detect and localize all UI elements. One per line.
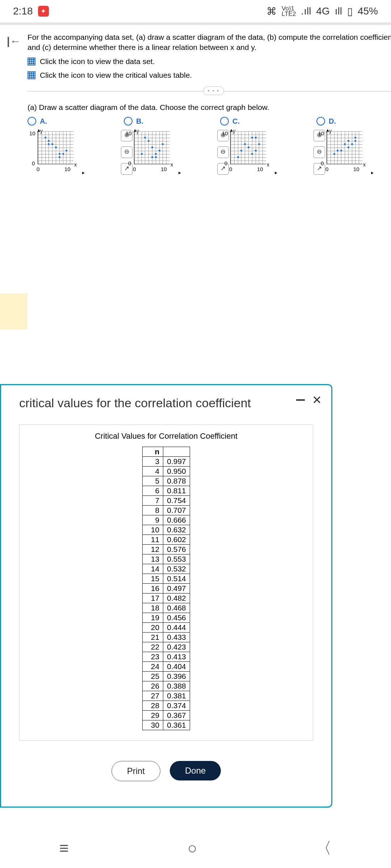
option-label: D. bbox=[329, 116, 336, 126]
close-icon[interactable]: ✕ bbox=[312, 393, 322, 407]
signal-icon: .ıll bbox=[301, 5, 311, 17]
radio-icon[interactable] bbox=[220, 117, 229, 125]
signal2-icon: ıll bbox=[335, 5, 342, 17]
key-icon: ⌘ bbox=[266, 5, 277, 17]
scatter-plot-b: yx▲100010▸ bbox=[124, 129, 178, 173]
link-critical-values[interactable]: Click the icon to view the critical valu… bbox=[28, 70, 391, 80]
popup-subtitle: Critical Values for Correlation Coeffici… bbox=[27, 431, 306, 441]
rocket-icon: ✦ bbox=[38, 6, 49, 17]
table-row: 80.707 bbox=[143, 506, 190, 515]
table-row: 100.632 bbox=[143, 525, 190, 532]
critical-values-table: n 30.99740.95050.87860.81170.75480.70790… bbox=[142, 447, 190, 532]
part-a-prompt: (a) Draw a scatter diagram of the data. … bbox=[28, 102, 391, 112]
radio-icon[interactable] bbox=[316, 117, 325, 125]
popup-title: critical values for the correlation coef… bbox=[19, 396, 313, 410]
question-prompt: For the accompanying data set, (a) draw … bbox=[28, 32, 391, 53]
battery-pct: 45% bbox=[358, 5, 378, 17]
scatter-plot-c: yx▲100010▸ bbox=[220, 129, 274, 173]
scatter-plot-a: yx▲100010▸ bbox=[28, 129, 82, 173]
status-time: 2:18 bbox=[13, 5, 33, 17]
table-row: 90.666 bbox=[143, 515, 190, 525]
net-label: Vo)1LTE2 bbox=[282, 6, 296, 17]
option-label: A. bbox=[40, 116, 47, 126]
expand-icon[interactable]: • • • bbox=[203, 86, 224, 95]
critical-values-popup: ✕ critical values for the correlation co… bbox=[0, 384, 332, 532]
table-row: 60.811 bbox=[143, 486, 190, 496]
left-rail: |← bbox=[0, 25, 28, 329]
radio-option-b[interactable]: B. bbox=[124, 116, 207, 126]
table-icon bbox=[28, 58, 35, 65]
net-4g: 4G bbox=[316, 5, 329, 17]
choice-a: A.yx▲100010▸⊕⊖↗ bbox=[28, 116, 111, 173]
radio-option-a[interactable]: A. bbox=[28, 116, 111, 126]
radio-icon[interactable] bbox=[124, 117, 133, 125]
radio-icon[interactable] bbox=[28, 117, 36, 125]
option-label: C. bbox=[232, 116, 240, 126]
table-icon bbox=[28, 71, 35, 79]
option-label: B. bbox=[136, 116, 143, 126]
popup-body: Critical Values for Correlation Coeffici… bbox=[19, 425, 313, 532]
highlight-marker bbox=[0, 293, 28, 329]
link-data-set[interactable]: Click the icon to view the data set. bbox=[28, 56, 391, 67]
choice-d: D.yx▲100010▸⊕⊖↗ bbox=[316, 116, 391, 173]
table-row: 30.997 bbox=[143, 457, 190, 467]
table-row: 70.754 bbox=[143, 496, 190, 506]
radio-option-d[interactable]: D. bbox=[316, 116, 391, 126]
scatter-plot-d: yx▲100010▸ bbox=[316, 129, 371, 173]
table-row: 40.950 bbox=[143, 467, 190, 476]
table-row: 50.878 bbox=[143, 476, 190, 486]
choice-c: C.yx▲100010▸⊕⊖↗ bbox=[220, 116, 303, 173]
radio-option-c[interactable]: C. bbox=[220, 116, 303, 126]
choice-b: B.yx▲100010▸⊕⊖↗ bbox=[124, 116, 207, 173]
collapse-icon[interactable]: |← bbox=[7, 35, 21, 47]
minimize-icon[interactable] bbox=[296, 399, 305, 401]
battery-icon: ▯ bbox=[347, 5, 353, 17]
status-bar: 2:18 ✦ ⌘ Vo)1LTE2 .ıll 4G ıll ▯ 45% bbox=[0, 0, 391, 24]
